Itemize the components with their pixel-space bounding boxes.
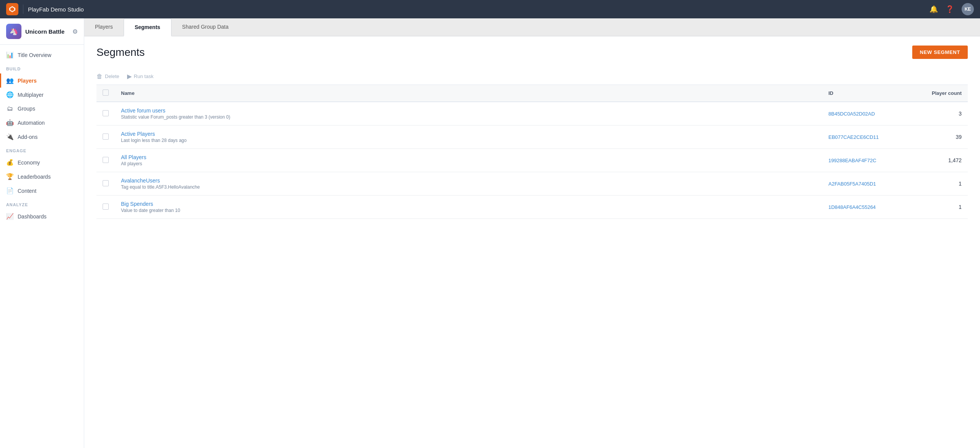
page-header: Segments NEW SEGMENT: [96, 46, 968, 59]
row-id-cell: A2FAB05F5A7405D1: [822, 172, 906, 195]
table-body: Active forum users Statistic value Forum…: [96, 102, 968, 219]
segment-desc-4: Value to date greater than 10: [121, 208, 816, 213]
sidebar-item-label-economy: Economy: [18, 160, 40, 166]
page-title: Segments: [96, 46, 145, 59]
sidebar-item-label-leaderboards: Leaderboards: [18, 174, 51, 180]
segment-id-4[interactable]: 1D848AF6A4C55264: [828, 204, 876, 210]
segment-name-1[interactable]: Active Players: [121, 131, 816, 137]
sidebar-item-players[interactable]: 👥 Players: [0, 73, 84, 88]
content-icon: 📄: [6, 187, 14, 194]
studio-title: PlayFab Demo Studio: [28, 6, 84, 13]
row-checkbox-1[interactable]: [103, 134, 109, 140]
segments-table: Name ID Player count Active forum users: [96, 85, 968, 219]
sidebar-item-leaderboards[interactable]: 🏆 Leaderboards: [0, 169, 84, 184]
automation-icon: 🤖: [6, 119, 14, 126]
app-layout: 🦄 Unicorn Battle ⚙ 📊 Title Overview BUIL…: [0, 18, 980, 448]
segment-name-4[interactable]: Big Spenders: [121, 201, 816, 207]
select-all-checkbox[interactable]: [103, 90, 109, 96]
top-nav-left: PlayFab Demo Studio: [6, 3, 84, 15]
row-count-cell: 1,472: [906, 149, 968, 172]
th-id: ID: [822, 85, 906, 102]
tab-players[interactable]: Players: [84, 18, 124, 36]
help-icon[interactable]: ❓: [946, 5, 954, 13]
run-task-button: ▶ Run task: [127, 73, 154, 80]
nav-divider: [23, 5, 23, 14]
run-task-icon: ▶: [127, 73, 132, 80]
delete-icon: 🗑: [96, 73, 103, 80]
row-id-cell: 199288EABAF4F72C: [822, 149, 906, 172]
th-name: Name: [115, 85, 822, 102]
settings-icon[interactable]: ⚙: [72, 28, 78, 35]
dashboards-icon: 📈: [6, 213, 14, 220]
table-row: All Players All players 199288EABAF4F72C…: [96, 149, 968, 172]
new-segment-button[interactable]: NEW SEGMENT: [912, 46, 968, 59]
sidebar-item-economy[interactable]: 💰 Economy: [0, 155, 84, 169]
segment-id-2[interactable]: 199288EABAF4F72C: [828, 158, 876, 163]
row-checkbox-2[interactable]: [103, 157, 109, 163]
row-id-cell: 8B45DC0A52D02AD: [822, 102, 906, 125]
section-label-build: BUILD: [0, 62, 84, 73]
segment-desc-0: Statistic value Forum_posts greater than…: [121, 114, 816, 120]
row-name-cell: Active forum users Statistic value Forum…: [115, 102, 822, 125]
row-id-cell: EB077CAE2CE6CD11: [822, 125, 906, 149]
row-checkbox-cell: [96, 149, 115, 172]
main-content: Players Segments Shared Group Data Segme…: [84, 18, 980, 448]
th-checkbox: [96, 85, 115, 102]
row-count-cell: 39: [906, 125, 968, 149]
tab-segments[interactable]: Segments: [124, 18, 172, 36]
sidebar-item-title-overview[interactable]: 📊 Title Overview: [0, 48, 84, 62]
section-label-analyze: ANALYZE: [0, 198, 84, 209]
add-ons-icon: 🔌: [6, 133, 14, 140]
row-count-cell: 1: [906, 172, 968, 195]
sidebar-item-label-automation: Automation: [18, 120, 45, 126]
row-checkbox-0[interactable]: [103, 110, 109, 116]
segment-id-1[interactable]: EB077CAE2CE6CD11: [828, 134, 879, 140]
leaderboards-icon: 🏆: [6, 173, 14, 180]
row-name-cell: Active Players Last login less than 28 d…: [115, 125, 822, 149]
sidebar-item-label-dashboards: Dashboards: [18, 213, 47, 220]
top-nav-right: 🔔 ❓ KE: [929, 3, 974, 15]
sidebar-item-label-title-overview: Title Overview: [18, 52, 51, 58]
table-row: Active Players Last login less than 28 d…: [96, 125, 968, 149]
segment-name-2[interactable]: All Players: [121, 154, 816, 160]
sidebar: 🦄 Unicorn Battle ⚙ 📊 Title Overview BUIL…: [0, 18, 84, 448]
row-name-cell: All Players All players: [115, 149, 822, 172]
row-checkbox-4[interactable]: [103, 204, 109, 210]
row-checkbox-cell: [96, 102, 115, 125]
tab-bar: Players Segments Shared Group Data: [84, 18, 980, 36]
playfab-logo: [6, 3, 18, 15]
sidebar-item-label-add-ons: Add-ons: [18, 134, 38, 140]
row-count-cell: 3: [906, 102, 968, 125]
sidebar-item-groups[interactable]: 🗂 Groups: [0, 102, 84, 116]
segment-desc-2: All players: [121, 161, 816, 166]
th-player-count: Player count: [906, 85, 968, 102]
row-name-cell: AvalancheUsers Tag equal to title.A5F3.H…: [115, 172, 822, 195]
segment-id-0[interactable]: 8B45DC0A52D02AD: [828, 111, 875, 117]
segment-desc-3: Tag equal to title.A5F3.HelloAvalanche: [121, 184, 816, 190]
multiplayer-icon: 🌐: [6, 91, 14, 98]
segment-id-3[interactable]: A2FAB05F5A7405D1: [828, 181, 876, 187]
user-avatar[interactable]: KE: [962, 3, 974, 15]
row-id-cell: 1D848AF6A4C55264: [822, 195, 906, 219]
sidebar-item-label-groups: Groups: [18, 106, 35, 112]
row-checkbox-3[interactable]: [103, 180, 109, 186]
notification-icon[interactable]: 🔔: [929, 5, 938, 13]
table-row: Big Spenders Value to date greater than …: [96, 195, 968, 219]
players-icon: 👥: [6, 77, 14, 84]
table-header: Name ID Player count: [96, 85, 968, 102]
row-checkbox-cell: [96, 172, 115, 195]
sidebar-item-multiplayer[interactable]: 🌐 Multiplayer: [0, 88, 84, 102]
game-header: 🦄 Unicorn Battle ⚙: [0, 18, 84, 45]
tab-shared-group-data[interactable]: Shared Group Data: [172, 18, 239, 36]
sidebar-item-label-content: Content: [18, 188, 36, 194]
sidebar-item-content[interactable]: 📄 Content: [0, 184, 84, 198]
top-nav: PlayFab Demo Studio 🔔 ❓ KE: [0, 0, 980, 18]
sidebar-item-add-ons[interactable]: 🔌 Add-ons: [0, 130, 84, 144]
sidebar-item-automation[interactable]: 🤖 Automation: [0, 116, 84, 130]
sidebar-item-dashboards[interactable]: 📈 Dashboards: [0, 209, 84, 223]
segment-name-3[interactable]: AvalancheUsers: [121, 178, 816, 184]
row-checkbox-cell: [96, 195, 115, 219]
row-name-cell: Big Spenders Value to date greater than …: [115, 195, 822, 219]
segment-name-0[interactable]: Active forum users: [121, 108, 816, 114]
title-overview-icon: 📊: [6, 51, 14, 59]
